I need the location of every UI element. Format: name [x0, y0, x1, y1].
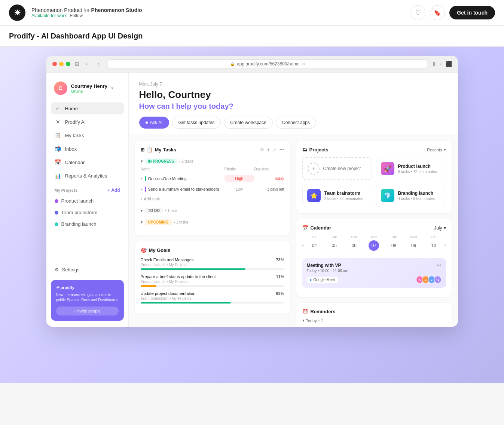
- project-card-content-2: ⭐ Team brainstorm 2 tasks • 32 teammates: [307, 189, 367, 202]
- in-progress-header[interactable]: ▾ IN PROGRESS • 2 tasks: [141, 157, 284, 166]
- todo-header[interactable]: ▾ TO DO • 1 task: [141, 206, 284, 215]
- new-project-text: Create new project: [323, 166, 361, 171]
- cal-next-button[interactable]: ›: [445, 243, 446, 248]
- promo-text: New members will gain access to public S…: [56, 292, 119, 303]
- page-title-bar: Prodify - AI Dashboard App UI Design: [0, 26, 504, 47]
- priority-badge-low: Low: [224, 187, 254, 191]
- ask-ai-button[interactable]: Ask AI: [139, 117, 169, 129]
- tasks-more-icon[interactable]: •••: [280, 147, 284, 153]
- home-icon: ⌂: [55, 105, 61, 111]
- due-today-badge: Today: [254, 176, 284, 181]
- upcoming-header[interactable]: ▾ UPCOMING • 1 tasks: [141, 218, 284, 227]
- sidebar: C Courtney Henry Online ▾ ⌂ Home ✕ Prodi…: [46, 73, 129, 327]
- user-status: Online: [71, 89, 108, 93]
- calendar-nav: ‹ Fri 04 Sat 05: [302, 235, 446, 255]
- goal-bar-2: [141, 285, 156, 287]
- sidebar-item-reports[interactable]: 📊 Reports & Analytics: [51, 170, 124, 182]
- tasks-expand-icon[interactable]: ⤢: [273, 147, 277, 153]
- browser-chrome: ⊞ ‹ › 🔒 app.prodify.com/5623800/home ↻ ⬆…: [46, 56, 458, 327]
- get-tasks-updates-button[interactable]: Get tasks updates: [172, 117, 221, 129]
- nav-back-button[interactable]: ‹: [82, 59, 91, 68]
- goal-sub-2: Product launch • My Projects: [141, 280, 284, 284]
- tasks-add-icon[interactable]: +: [267, 147, 270, 153]
- project-dot-purple: [55, 199, 58, 203]
- meeting-avatars: A B C +2: [418, 276, 442, 283]
- browser-dot-yellow[interactable]: [59, 62, 64, 66]
- meeting-time: Today • 10:00 - 11:00 am: [307, 269, 348, 273]
- greeting-sub: How can I help you today?: [139, 102, 448, 111]
- nav-forward-button[interactable]: ›: [94, 59, 103, 68]
- sidebar-project-branding-launch[interactable]: Branding launch: [51, 219, 124, 229]
- meeting-info: Meeting with VP Today • 10:00 - 11:00 am: [307, 263, 348, 276]
- add-project-button[interactable]: + Add: [107, 188, 120, 193]
- app-layout: C Courtney Henry Online ▾ ⌂ Home ✕ Prodi…: [46, 73, 458, 327]
- inbox-icon: 📬: [55, 146, 61, 152]
- proj-meta-3: 4 tasks • 9 teammates: [398, 197, 435, 201]
- goal-sub-3: Team brainstorm • My Projects: [141, 296, 284, 301]
- like-button[interactable]: ♡: [410, 5, 425, 20]
- sidebar-item-inbox[interactable]: 📬 Inbox: [51, 143, 124, 155]
- projects-grid: + Create new project 🚀 Product launch 6 …: [302, 157, 446, 207]
- tabs-icon[interactable]: ⬛: [446, 61, 452, 67]
- get-in-touch-button[interactable]: Get in touch: [449, 6, 495, 19]
- author-title: Phenomenon Product for Phenomenon Studio: [31, 7, 404, 13]
- goal-header-1: Check Emails and Messages 73%: [141, 258, 284, 262]
- sidebar-item-calendar[interactable]: 📅 Calendar: [51, 156, 124, 168]
- sidebar-item-home[interactable]: ⌂ Home: [51, 102, 124, 114]
- expand-icon-today[interactable]: ▾: [302, 318, 305, 323]
- tasks-actions: ⚙ + ⤢ •••: [260, 147, 284, 153]
- add-task-button[interactable]: + Add task: [141, 194, 284, 203]
- cal-prev-button[interactable]: ‹: [302, 243, 304, 248]
- sidebar-project-team-brainstorm[interactable]: Team brainstorm: [51, 207, 124, 218]
- browser-dot-red[interactable]: [52, 62, 57, 66]
- home-header: Mon, July 7 Hello, Courtney How can I he…: [129, 73, 458, 135]
- goal-item-1: Check Emails and Messages 73% Product la…: [141, 258, 284, 270]
- calendar-icon: 📅: [55, 159, 61, 165]
- follow-link[interactable]: Follow: [70, 13, 83, 18]
- tasks-settings-icon[interactable]: ⚙: [260, 147, 264, 153]
- cal-day-sun: Sun 06: [345, 235, 363, 251]
- tasks-upcoming-section: ▾ UPCOMING • 1 tasks: [141, 218, 284, 227]
- my-tasks-card: ⊞ 📋 My Tasks ⚙ + ⤢ •••: [135, 141, 290, 235]
- new-tab-icon[interactable]: +: [439, 61, 442, 67]
- project-card-branding-launch[interactable]: 💎 Branding launch 4 tasks • 9 teammates: [376, 184, 446, 207]
- project-card-team-brainstorm[interactable]: ⭐ Team brainstorm 2 tasks • 32 teammates: [302, 184, 372, 207]
- sidebar-toggle-icon[interactable]: ⊞: [75, 61, 79, 67]
- goal-bar-3: [141, 302, 231, 304]
- sidebar-item-prodify-ai[interactable]: ✕ Prodify AI: [51, 116, 124, 128]
- browser-nav: ⊞ ‹ ›: [75, 59, 103, 68]
- today-section-header: ▾ Today • 2: [302, 318, 446, 323]
- recents-filter[interactable]: Recents ▾: [427, 147, 446, 152]
- sidebar-project-product-launch[interactable]: Product launch: [51, 196, 124, 206]
- invite-people-button[interactable]: + Invite people: [56, 307, 119, 315]
- chevron-down-icon: ▾: [111, 86, 113, 91]
- browser-dot-green[interactable]: [66, 62, 70, 66]
- proj-name-2: Team brainstorm: [324, 191, 363, 196]
- create-workspace-button[interactable]: Create workspace: [224, 117, 273, 129]
- cal-day-mon-today: Mon 07: [365, 235, 383, 251]
- my-projects-section: My Projects + Add: [51, 183, 124, 194]
- sidebar-user[interactable]: C Courtney Henry Online ▾: [51, 78, 124, 98]
- sidebar-item-settings[interactable]: ⚙ Settings: [51, 264, 124, 275]
- project-launch-icon: 🚀: [381, 162, 394, 175]
- calendar-days: Fri 04 Sat 05 Sun 06: [305, 235, 443, 251]
- user-info: Courtney Henry Online: [71, 83, 108, 93]
- tasks-icon-small: 📋: [147, 147, 153, 153]
- table-row: ▾ One-on-One Meeting High Today: [141, 173, 284, 184]
- share-icon[interactable]: ⬆: [432, 61, 436, 67]
- goal-bar-bg-3: [141, 302, 284, 304]
- meeting-more-icon[interactable]: •••: [437, 263, 442, 268]
- browser-tools: ⬆ + ⬛: [432, 61, 452, 67]
- ai-dot: [146, 121, 148, 124]
- browser-address-bar[interactable]: 🔒 app.prodify.com/5623800/home ↻: [108, 59, 428, 68]
- month-selector[interactable]: July ▾: [434, 225, 446, 231]
- bookmark-button[interactable]: 🔖: [430, 5, 445, 20]
- sidebar-item-my-tasks[interactable]: 📋 My tasks: [51, 129, 124, 141]
- create-new-project-card[interactable]: + Create new project: [302, 157, 372, 180]
- settings-icon: ⚙: [55, 267, 59, 272]
- project-card-product-launch[interactable]: 🚀 Product launch 6 tasks • 12 teammates: [376, 157, 446, 180]
- tasks-todo-section: ▾ TO DO • 1 task: [141, 206, 284, 215]
- cal-day-wed: Wed 09: [404, 235, 423, 251]
- connect-apps-button[interactable]: Connect apps: [276, 117, 316, 129]
- browser-toolbar: ⊞ ‹ › 🔒 app.prodify.com/5623800/home ↻ ⬆…: [46, 56, 458, 73]
